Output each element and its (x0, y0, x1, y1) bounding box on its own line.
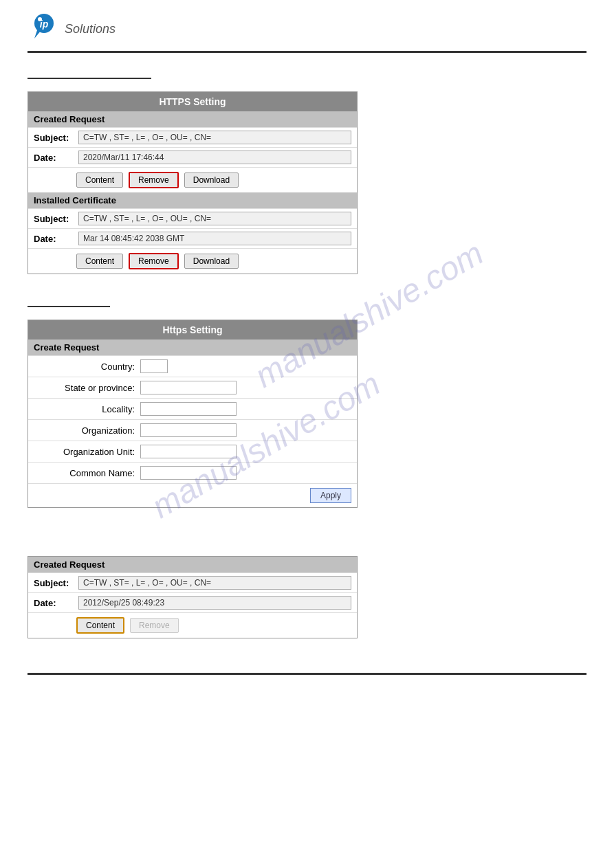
content-button-1[interactable]: Content (76, 173, 123, 188)
subject-label-2: Subject: (34, 214, 78, 224)
org-input[interactable] (140, 423, 237, 437)
locality-input[interactable] (140, 402, 237, 416)
created-request-header: Created Request (28, 111, 357, 127)
svg-marker-3 (34, 30, 41, 38)
subject-value-3: C=TW , ST= , L= , O= , OU= , CN= (78, 576, 351, 590)
locality-row: Locality: (28, 398, 357, 419)
subject-row-1: Subject: C=TW , ST= , L= , O= , OU= , CN… (28, 127, 357, 147)
section2-title (28, 295, 110, 307)
country-row: Country: (28, 355, 357, 377)
subject-row-2: Subject: C=TW , ST= , L= , O= , OU= , CN… (28, 208, 357, 228)
logo-container: ip Solutions (28, 12, 116, 45)
date-row-3: Date: 2012/Sep/25 08:49:23 (28, 592, 357, 612)
subject-row-3: Subject: C=TW , ST= , L= , O= , OU= , CN… (28, 572, 357, 592)
date-row-2: Date: Mar 14 08:45:42 2038 GMT (28, 228, 357, 248)
common-name-input[interactable] (140, 466, 237, 480)
state-label: State or province: (34, 383, 140, 393)
remove-button-1[interactable]: Remove (129, 172, 179, 188)
content-button-2[interactable]: Content (76, 254, 123, 269)
subject-label-1: Subject: (34, 133, 78, 143)
subject-value-1: C=TW , ST= , L= , O= , OU= , CN= (78, 131, 351, 144)
download-button-1[interactable]: Download (184, 173, 239, 188)
state-row: State or province: (28, 377, 357, 398)
section1-title (28, 67, 151, 79)
logo-text: Solutions (65, 22, 116, 36)
date-value-2: Mar 14 08:45:42 2038 GMT (78, 232, 351, 245)
common-name-label: Common Name: (34, 468, 140, 478)
https-setting-title: HTTPS Setting (28, 92, 357, 111)
spacer (28, 528, 586, 556)
logo-icon: ip (28, 12, 61, 45)
country-label: Country: (34, 361, 140, 372)
installed-cert-header: Installed Certificate (28, 192, 357, 208)
remove-button-2[interactable]: Remove (129, 253, 179, 269)
create-request-header: Create Request (28, 340, 357, 355)
state-input[interactable] (140, 381, 237, 394)
download-button-2[interactable]: Download (184, 254, 239, 269)
https-form-title: Https Setting (28, 320, 357, 340)
footer-divider (28, 673, 586, 675)
apply-row: Apply (28, 483, 357, 507)
date-row-1: Date: 2020/Mar/11 17:46:44 (28, 147, 357, 167)
https-form-box: Https Setting Create Request Country: St… (28, 320, 358, 508)
common-name-row: Common Name: (28, 462, 357, 483)
svg-text:ip: ip (40, 19, 49, 30)
content-button-3[interactable]: Content (76, 617, 124, 634)
subject-label-3: Subject: (34, 578, 78, 588)
header: ip Solutions (0, 0, 614, 45)
remove-button-3[interactable]: Remove (130, 618, 179, 633)
subject-value-2: C=TW , ST= , L= , O= , OU= , CN= (78, 212, 351, 225)
date-label-2: Date: (34, 234, 78, 244)
date-value-3: 2012/Sep/25 08:49:23 (78, 596, 351, 610)
org-unit-label: Organization Unit: (34, 447, 140, 457)
date-label-3: Date: (34, 598, 78, 608)
org-unit-input[interactable] (140, 445, 237, 458)
button-row-2: Content Remove Download (28, 248, 357, 274)
org-unit-row: Organization Unit: (28, 441, 357, 462)
apply-button[interactable]: Apply (310, 488, 351, 503)
locality-label: Locality: (34, 404, 140, 414)
org-row: Organization: (28, 419, 357, 441)
country-input[interactable] (140, 359, 168, 373)
button-row-3: Content Remove (28, 612, 357, 638)
date-label-1: Date: (34, 153, 78, 163)
org-label: Organization: (34, 425, 140, 436)
https-setting-box: HTTPS Setting Created Request Subject: C… (28, 91, 358, 274)
date-value-1: 2020/Mar/11 17:46:44 (78, 151, 351, 164)
page-content: HTTPS Setting Created Request Subject: C… (0, 53, 614, 673)
created-request-box-bottom: Created Request Subject: C=TW , ST= , L=… (28, 556, 358, 638)
button-row-1: Content Remove Download (28, 167, 357, 192)
created-request-header-bottom: Created Request (28, 557, 357, 572)
